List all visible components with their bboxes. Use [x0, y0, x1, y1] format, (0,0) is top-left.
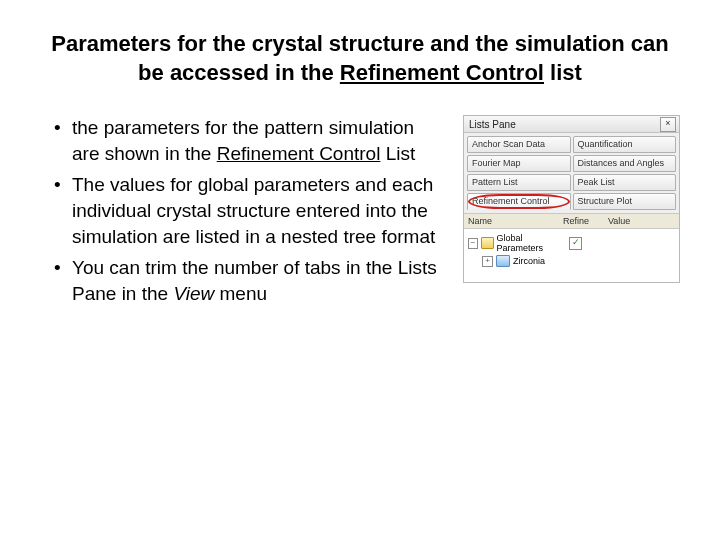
bullet-1-underlined: Refinement Control: [217, 143, 381, 164]
bullet-item: The values for global parameters and eac…: [54, 172, 443, 249]
bullet-3-italic: View: [173, 283, 214, 304]
col-name: Name: [468, 216, 563, 226]
tree-node: + Zirconia: [482, 255, 577, 267]
bullet-item: the parameters for the pattern simulatio…: [54, 115, 443, 166]
tab-anchor-scan-data[interactable]: Anchor Scan Data: [467, 136, 571, 153]
tree-header-row: Name Refine Value: [464, 213, 679, 229]
tree-row-zirconia[interactable]: + Zirconia: [468, 254, 675, 268]
tree-row-global-parameters[interactable]: − Global Parameters ✓: [468, 232, 675, 254]
tree-node-label: Zirconia: [513, 256, 545, 266]
close-icon: ×: [665, 118, 670, 128]
bullet-list: the parameters for the pattern simulatio…: [40, 115, 443, 306]
tab-peak-list[interactable]: Peak List: [573, 174, 677, 191]
tab-refinement-control[interactable]: Refinement Control: [467, 193, 571, 210]
tab-distances-angles[interactable]: Distances and Angles: [573, 155, 677, 172]
bullet-column: the parameters for the pattern simulatio…: [40, 115, 443, 312]
refine-checkbox[interactable]: ✓: [569, 237, 582, 250]
tab-pattern-list[interactable]: Pattern List: [467, 174, 571, 191]
panel-titlebar: Lists Pane ×: [464, 116, 679, 133]
title-underlined: Refinement Control: [340, 60, 544, 85]
close-button[interactable]: ×: [660, 117, 676, 132]
tab-refinement-control-wrap: Refinement Control: [466, 192, 572, 211]
bullet-1-post: List: [380, 143, 415, 164]
col-refine: Refine: [563, 216, 608, 226]
tree-node-label: Global Parameters: [497, 233, 563, 253]
folder-icon: [496, 255, 510, 267]
tab-structure-plot[interactable]: Structure Plot: [573, 193, 677, 210]
slide-body: the parameters for the pattern simulatio…: [40, 115, 680, 312]
bullet-3-post: menu: [214, 283, 267, 304]
tree-view: − Global Parameters ✓ + Zirconia: [464, 229, 679, 282]
tab-fourier-map[interactable]: Fourier Map: [467, 155, 571, 172]
title-post: list: [544, 60, 582, 85]
slide: Parameters for the crystal structure and…: [0, 0, 720, 540]
col-value: Value: [608, 216, 675, 226]
bullet-item: You can trim the number of tabs in the L…: [54, 255, 443, 306]
panel-title: Lists Pane: [469, 119, 516, 130]
expander-icon[interactable]: +: [482, 256, 493, 267]
folder-icon: [481, 237, 494, 249]
panel-tabs: Anchor Scan Data Quantification Fourier …: [464, 133, 679, 213]
tree-node: − Global Parameters: [468, 233, 563, 253]
slide-title: Parameters for the crystal structure and…: [50, 30, 670, 87]
tree-refine-cell: ✓: [563, 237, 608, 250]
lists-pane-panel: Lists Pane × Anchor Scan Data Quantifica…: [463, 115, 680, 283]
tab-quantification[interactable]: Quantification: [573, 136, 677, 153]
expander-icon[interactable]: −: [468, 238, 478, 249]
bullet-2: The values for global parameters and eac…: [72, 174, 435, 246]
